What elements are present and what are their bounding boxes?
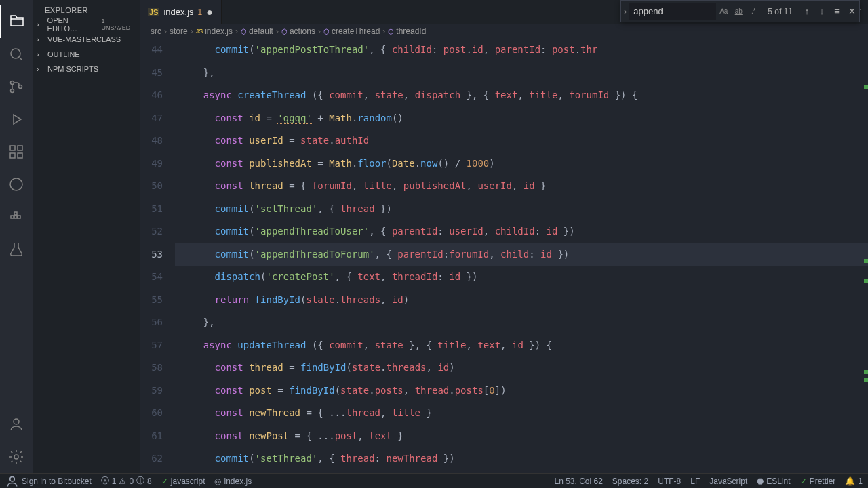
- svg-point-13: [14, 419, 19, 424]
- svg-point-14: [14, 455, 18, 459]
- breadcrumb-item[interactable]: JS index.js: [196, 26, 233, 36]
- open-editors-label: OPEN EDITO…: [47, 16, 99, 33]
- find-input[interactable]: [629, 3, 716, 20]
- match-case-icon[interactable]: Aa: [717, 5, 730, 18]
- explorer-title: EXPLORER: [45, 6, 88, 14]
- activity-bar: [0, 0, 33, 473]
- chevron-right-icon: ›: [37, 20, 45, 28]
- warning-icon: ⚠: [119, 476, 126, 486]
- encoding-status[interactable]: UTF-8: [658, 476, 681, 486]
- svg-point-2: [11, 89, 14, 93]
- signin-status[interactable]: Sign in to Bitbucket: [5, 474, 92, 488]
- search-icon[interactable]: [0, 38, 33, 70]
- unsaved-badge: 1 UNSAVED: [101, 18, 134, 31]
- problems-status[interactable]: ⓧ1 ⚠0 ⓘ8: [101, 475, 152, 487]
- svg-rect-5: [18, 146, 22, 150]
- eslint-icon: ⬣: [757, 476, 764, 486]
- code-content[interactable]: commit('appendPostToThread', { childId: …: [175, 39, 868, 473]
- breadcrumb-item[interactable]: ⬡ default: [241, 26, 273, 36]
- error-icon: ⓧ: [101, 475, 109, 487]
- svg-rect-12: [14, 212, 17, 215]
- status-bar: Sign in to Bitbucket ⓧ1 ⚠0 ⓘ8 ✓javascrip…: [0, 473, 868, 488]
- explorer-icon[interactable]: [0, 5, 33, 38]
- find-expand-icon[interactable]: ›: [621, 6, 629, 16]
- breadcrumb-item[interactable]: ⬡ createThread: [323, 26, 380, 36]
- source-control-icon[interactable]: [0, 70, 33, 103]
- outline-label: OUTLINE: [47, 50, 80, 58]
- explorer-sidebar: EXPLORER ⋯ › OPEN EDITO… 1 UNSAVED › VUE…: [33, 0, 140, 473]
- eol-status[interactable]: LF: [690, 476, 700, 486]
- svg-point-8: [10, 178, 22, 190]
- svg-rect-11: [18, 216, 20, 218]
- whole-word-icon[interactable]: ab: [732, 5, 745, 18]
- info-icon: ⓘ: [136, 475, 144, 487]
- project-section[interactable]: › VUE-MASTERCLASS: [33, 32, 140, 47]
- tab-problem-count: 1: [198, 7, 203, 17]
- settings-gear-icon[interactable]: [0, 441, 33, 473]
- regex-icon[interactable]: .*: [747, 5, 760, 18]
- indentation-status[interactable]: Spaces: 2: [612, 476, 648, 486]
- remote-icon[interactable]: [0, 168, 33, 201]
- target-icon: ◎: [214, 476, 221, 486]
- svg-point-1: [11, 81, 14, 85]
- svg-rect-9: [11, 216, 14, 218]
- chevron-right-icon: ›: [37, 50, 45, 58]
- javascript-file-icon: JS: [148, 8, 159, 16]
- find-count: 5 of 11: [761, 7, 800, 16]
- svg-rect-10: [14, 216, 17, 218]
- svg-point-16: [10, 476, 15, 481]
- breadcrumb-item[interactable]: store: [170, 26, 188, 36]
- project-label: VUE-MASTERCLASS: [47, 35, 121, 43]
- modified-dot-icon: ●: [206, 6, 213, 18]
- overview-ruler: [863, 77, 868, 473]
- chevron-right-icon: ›: [37, 35, 45, 43]
- docker-icon[interactable]: [0, 201, 33, 233]
- notifications-status[interactable]: 🔔1: [845, 476, 863, 486]
- active-file[interactable]: ◎index.js: [214, 476, 252, 486]
- run-debug-icon[interactable]: [0, 103, 33, 136]
- npm-scripts-section[interactable]: › NPM SCRIPTS: [33, 62, 140, 77]
- editor-area: JS index.js 1 ● ⋯ src›store›JS index.js›…: [140, 0, 868, 473]
- find-prev-icon[interactable]: ↑: [800, 4, 814, 19]
- line-number-gutter: 44454647484950515253545556575859606162: [140, 39, 175, 473]
- cursor-position[interactable]: Ln 53, Col 62: [554, 476, 602, 486]
- svg-rect-6: [10, 153, 15, 158]
- find-close-icon[interactable]: ✕: [844, 4, 859, 19]
- svg-point-3: [19, 85, 22, 89]
- prettier-status[interactable]: ✓Prettier: [800, 476, 836, 486]
- svg-point-0: [11, 49, 20, 58]
- find-selection-icon[interactable]: ≡: [829, 4, 844, 19]
- extensions-icon[interactable]: [0, 136, 33, 168]
- code-editor[interactable]: 44454647484950515253545556575859606162 c…: [140, 39, 868, 473]
- outline-section[interactable]: › OUTLINE: [33, 47, 140, 62]
- language-mode-left[interactable]: ✓javascript: [161, 476, 205, 486]
- breadcrumb-item[interactable]: ⬡ actions: [281, 26, 315, 36]
- breadcrumbs[interactable]: src›store›JS index.js›⬡ default›⬡ action…: [140, 24, 868, 39]
- breadcrumb-item[interactable]: ⬡ threadId: [388, 26, 426, 36]
- language-status[interactable]: JavaScript: [709, 476, 747, 486]
- account-icon[interactable]: [0, 408, 33, 441]
- breadcrumb-item[interactable]: src: [151, 26, 161, 36]
- eslint-status[interactable]: ⬣ESLint: [757, 476, 790, 486]
- test-icon[interactable]: [0, 233, 33, 266]
- svg-rect-7: [18, 153, 22, 158]
- chevron-right-icon: ›: [37, 65, 45, 73]
- tab-index-js[interactable]: JS index.js 1 ●: [140, 0, 222, 24]
- bell-icon: 🔔: [845, 476, 855, 486]
- tab-filename: index.js: [163, 7, 193, 17]
- svg-rect-4: [10, 146, 15, 150]
- open-editors-section[interactable]: › OPEN EDITO… 1 UNSAVED: [33, 17, 140, 32]
- npm-label: NPM SCRIPTS: [47, 65, 98, 73]
- explorer-more-icon[interactable]: ⋯: [124, 5, 132, 14]
- find-next-icon[interactable]: ↓: [814, 4, 829, 19]
- find-widget: › Aa ab .* 5 of 11 ↑ ↓ ≡ ✕: [620, 0, 860, 22]
